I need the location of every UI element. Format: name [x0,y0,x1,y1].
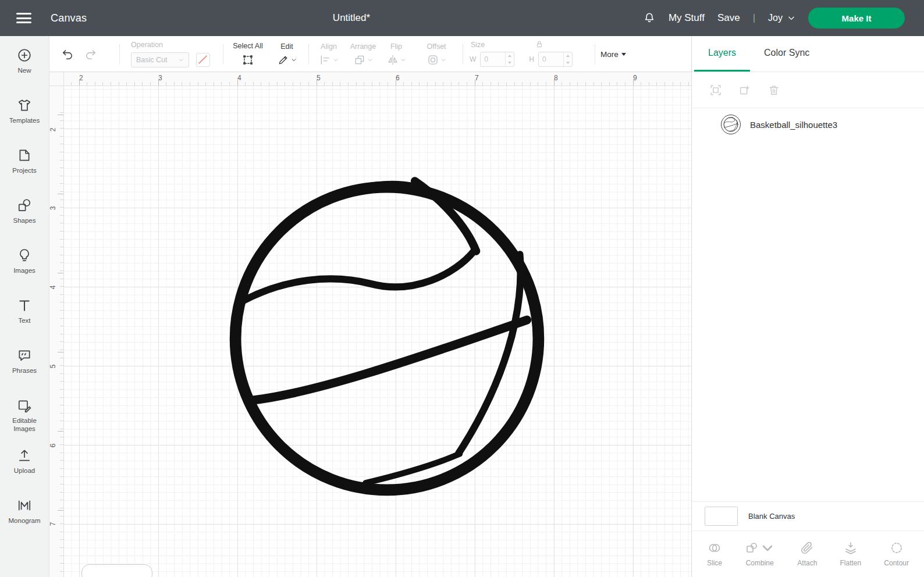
editable-images-icon [17,398,32,413]
edit-group[interactable]: Edit [272,36,302,72]
operation-group: Operation Basic Cut [131,36,210,72]
chevron-down-icon [178,57,184,63]
undo-button[interactable] [61,48,74,61]
contour-label: Contour [884,559,909,567]
flatten-label: Flatten [840,559,861,567]
stepper-up-icon[interactable] [506,52,514,59]
blank-canvas-row[interactable]: Blank Canvas [692,501,924,530]
color-swatch-empty[interactable] [196,53,210,67]
my-stuff-link[interactable]: My Stuff [669,12,705,24]
ruler-number: 6 [396,74,400,82]
sidebar-item-phrases[interactable]: Phrases [0,348,49,384]
attach-label: Attach [797,559,817,567]
notifications-bell-icon[interactable] [643,11,656,25]
menu-icon[interactable] [16,13,31,23]
sidebar-item-images[interactable]: Images [0,248,49,284]
height-input[interactable] [539,52,563,66]
undo-icon [61,48,74,61]
sidebar-item-label: New [15,66,33,74]
new-icon [17,48,32,63]
chevron-down-icon [787,14,795,22]
canvas-nav-label[interactable]: Canvas [51,12,87,24]
offset-group[interactable]: Offset [420,36,453,72]
layer-row-basketball[interactable]: Basketball_silhouette3 [692,108,924,141]
duplicate-icon[interactable] [738,84,751,97]
projects-icon [17,148,32,163]
stepper-down-icon[interactable] [564,59,572,66]
upload-icon [17,448,32,463]
zoom-control-partial[interactable] [81,564,152,577]
more-button[interactable]: More [600,50,626,59]
images-icon [17,248,32,263]
sidebar-item-templates[interactable]: Templates [0,98,49,134]
align-group[interactable]: Align [312,36,345,72]
chevron-down-icon [760,541,774,555]
chevron-down-icon [333,57,339,63]
sidebar-item-new[interactable]: New [0,48,49,84]
stepper-down-icon[interactable] [506,59,514,66]
blank-canvas-swatch[interactable] [705,507,738,526]
phrases-icon [17,348,32,363]
offset-label: Offset [427,42,446,51]
ruler-number: 4 [237,74,241,82]
height-stepper[interactable] [563,52,572,66]
user-menu[interactable]: Joy [768,13,795,23]
height-label: H [529,55,534,63]
basketball-image[interactable] [223,173,551,504]
operation-select[interactable]: Basic Cut [131,52,189,67]
sidebar-item-shapes[interactable]: Shapes [0,198,49,234]
save-link[interactable]: Save [717,12,740,24]
stepper-up-icon[interactable] [564,52,572,59]
sidebar-item-editable-images[interactable]: Editable Images [0,398,49,434]
ruler-number: 4 [49,286,57,290]
shapes-icon [17,198,32,213]
sidebar-item-projects[interactable]: Projects [0,148,49,184]
combine-icon [745,541,759,555]
attach-button[interactable]: Attach [797,541,817,567]
align-label: Align [321,42,337,51]
redo-button[interactable] [84,48,97,61]
combine-button[interactable]: Combine [745,541,774,567]
tab-layers[interactable]: Layers [694,36,750,72]
sidebar-item-text[interactable]: Text [0,298,49,334]
size-label: Size [471,41,485,49]
more-group[interactable]: More [600,36,626,72]
tab-color-sync[interactable]: Color Sync [750,36,823,72]
arrange-group[interactable]: Arrange [345,36,381,72]
flip-group[interactable]: Flip [382,36,410,72]
combine-label: Combine [746,559,774,567]
project-title[interactable]: Untitled* [333,12,370,24]
design-canvas[interactable] [64,86,691,577]
sidebar-item-label: Phrases [10,366,39,375]
edit-toolbar: Operation Basic Cut Select All Edit [49,36,691,72]
width-input[interactable] [481,52,505,66]
select-all-group[interactable]: Select All [230,36,266,72]
chevron-down-icon [367,57,373,63]
align-icon [319,54,331,66]
arrange-label: Arrange [350,42,376,51]
make-it-button[interactable]: Make It [808,8,905,29]
ruler-number: 5 [49,365,57,369]
sidebar-item-label: Images [11,266,38,275]
slice-button[interactable]: Slice [707,541,722,567]
ruler-number: 7 [475,74,479,82]
text-icon [17,298,32,313]
sidebar-item-upload[interactable]: Upload [0,448,49,484]
flatten-button[interactable]: Flatten [840,541,861,567]
lock-icon[interactable] [535,40,544,49]
group-icon[interactable] [709,84,722,97]
vertical-ruler: 2 3 4 5 6 7 [49,86,64,577]
size-group: Size W H [470,36,595,72]
panel-tabs: Layers Color Sync [692,36,924,72]
sidebar-item-label: Projects [10,166,39,174]
sidebar-item-monogram[interactable]: Monogram [0,498,49,534]
attach-icon [800,541,814,555]
delete-icon[interactable] [767,84,780,97]
chevron-down-icon [440,57,446,63]
ruler-number: 2 [49,128,57,132]
workspace: 2 3 4 5 6 7 8 9 2 3 4 5 6 7 [49,72,691,577]
width-stepper[interactable] [505,52,514,66]
height-input-wrap [538,52,573,67]
user-name: Joy [768,13,783,23]
contour-button[interactable]: Contour [884,541,909,567]
